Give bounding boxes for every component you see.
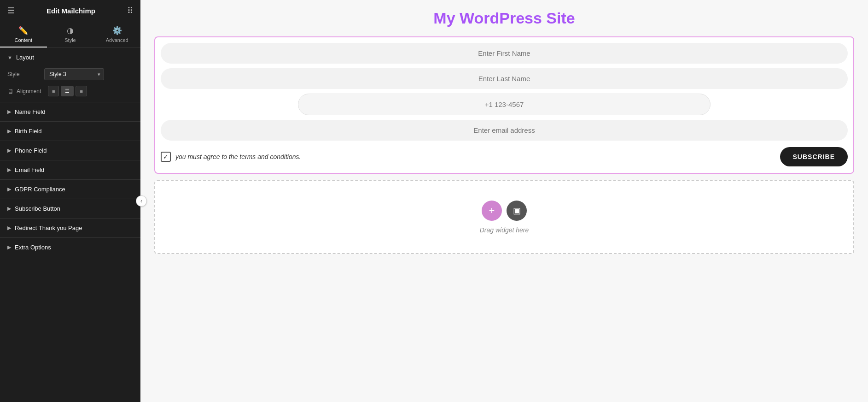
- style-tab-icon: ◑: [67, 26, 74, 35]
- redirect-section[interactable]: ▶ Redirect Thank you Page: [0, 219, 140, 238]
- alignment-buttons: ≡ ☰ ≡: [48, 86, 87, 96]
- style-field-label: Style: [7, 71, 44, 77]
- advanced-tab-icon: ⚙️: [112, 26, 122, 35]
- alignment-row: 🖥 Alignment ≡ ☰ ≡: [0, 83, 140, 99]
- tab-advanced[interactable]: ⚙️ Advanced: [93, 21, 140, 47]
- monitor-icon: 🖥: [7, 88, 14, 95]
- phone-input[interactable]: [298, 94, 710, 115]
- gdpr-arrow: ▶: [7, 186, 11, 192]
- birth-field-section[interactable]: ▶ Birth Field: [0, 122, 140, 141]
- tab-style[interactable]: ◑ Style: [47, 21, 94, 47]
- email-field-label: Email Field: [15, 166, 44, 173]
- collapse-panel-button[interactable]: ‹: [136, 195, 147, 207]
- tab-content-label: Content: [15, 37, 33, 43]
- tab-advanced-label: Advanced: [106, 37, 128, 43]
- widget-template-button[interactable]: ▣: [507, 201, 527, 221]
- hamburger-icon[interactable]: ☰: [7, 6, 15, 16]
- sidebar-tabs: ✏️ Content ◑ Style ⚙️ Advanced: [0, 21, 140, 48]
- sidebar-header: ☰ Edit Mailchimp ⠿: [0, 0, 140, 21]
- redirect-arrow: ▶: [7, 225, 11, 231]
- align-left-button[interactable]: ≡: [48, 86, 59, 96]
- page-title: My WordPress Site: [154, 9, 854, 27]
- birth-field-arrow: ▶: [7, 128, 11, 134]
- redirect-label: Redirect Thank you Page: [15, 225, 82, 231]
- name-field-arrow: ▶: [7, 109, 11, 115]
- sidebar-title: Edit Mailchimp: [47, 7, 95, 15]
- extra-options-section[interactable]: ▶ Extra Options: [0, 238, 140, 257]
- style-row: Style Style 3 Style 1 Style 2 Style 4: [0, 65, 140, 83]
- subscribe-label: Subscribe Button: [15, 205, 60, 212]
- layout-arrow-icon: ▼: [7, 55, 12, 60]
- sidebar: ☰ Edit Mailchimp ⠿ ✏️ Content ◑ Style ⚙️…: [0, 0, 140, 402]
- tab-content[interactable]: ✏️ Content: [0, 21, 47, 47]
- subscribe-button-section[interactable]: ▶ Subscribe Button: [0, 199, 140, 219]
- extra-options-arrow: ▶: [7, 244, 11, 250]
- grid-icon[interactable]: ⠿: [127, 6, 133, 16]
- align-center-button[interactable]: ☰: [61, 86, 74, 96]
- main-content: My WordPress Site ✓ you must agree to th…: [140, 0, 868, 402]
- birth-field-label: Birth Field: [15, 128, 42, 135]
- gdpr-label: GDPR Compliance: [15, 186, 65, 193]
- layout-section: ▼ Layout Style Style 3 Style 1 Style 2 S…: [0, 48, 140, 102]
- add-widget-button[interactable]: +: [482, 201, 502, 221]
- terms-checkbox[interactable]: ✓: [161, 152, 171, 162]
- subscribe-button[interactable]: SUBSCRIBE: [780, 147, 848, 166]
- extra-options-label: Extra Options: [15, 244, 51, 251]
- layout-label: Layout: [16, 54, 34, 61]
- phone-field-label: Phone Field: [15, 147, 47, 154]
- checkbox-check-icon: ✓: [163, 153, 169, 160]
- alignment-field-label: 🖥 Alignment: [7, 88, 44, 95]
- align-right-button[interactable]: ≡: [76, 86, 87, 96]
- phone-field-section[interactable]: ▶ Phone Field: [0, 141, 140, 160]
- style-select[interactable]: Style 3 Style 1 Style 2 Style 4: [44, 68, 104, 80]
- first-name-input[interactable]: [161, 43, 848, 64]
- tab-style-label: Style: [64, 37, 76, 43]
- name-field-label: Name Field: [15, 108, 45, 115]
- checkbox-area: ✓ you must agree to the terms and condit…: [161, 152, 773, 162]
- layout-section-header[interactable]: ▼ Layout: [0, 48, 140, 65]
- gdpr-section[interactable]: ▶ GDPR Compliance: [0, 180, 140, 199]
- content-tab-icon: ✏️: [18, 26, 28, 35]
- drop-label: Drag widget here: [480, 226, 529, 234]
- form-widget: ✓ you must agree to the terms and condit…: [154, 36, 854, 174]
- name-field-section[interactable]: ▶ Name Field: [0, 102, 140, 122]
- drop-icons: + ▣: [482, 201, 527, 221]
- email-field-section[interactable]: ▶ Email Field: [0, 160, 140, 180]
- drop-area[interactable]: + ▣ Drag widget here: [154, 180, 854, 254]
- terms-label: you must agree to the terms and conditio…: [175, 153, 301, 160]
- phone-field-arrow: ▶: [7, 148, 11, 154]
- form-bottom-row: ✓ you must agree to the terms and condit…: [161, 147, 848, 166]
- subscribe-arrow: ▶: [7, 206, 11, 212]
- last-name-input[interactable]: [161, 68, 848, 89]
- email-field-arrow: ▶: [7, 167, 11, 173]
- email-input[interactable]: [161, 120, 848, 141]
